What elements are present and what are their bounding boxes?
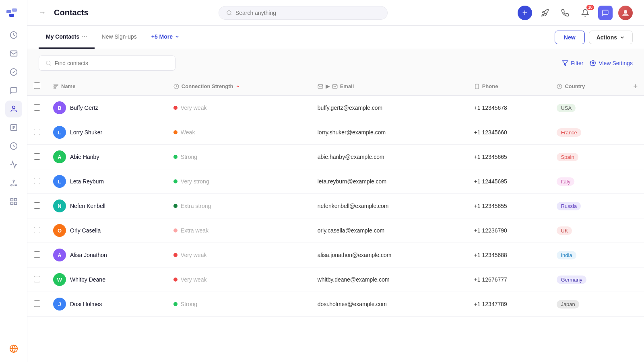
row-select-checkbox[interactable] <box>34 227 40 233</box>
search-input[interactable] <box>235 10 380 16</box>
row-email[interactable]: orly.casella@example.com <box>311 218 468 243</box>
svg-rect-12 <box>10 199 13 201</box>
row-extra <box>627 218 644 243</box>
select-all-checkbox[interactable] <box>34 82 40 89</box>
svg-point-19 <box>46 61 50 65</box>
svg-point-9 <box>13 180 14 181</box>
col-email-header[interactable]: ▶ Email <box>311 77 468 96</box>
app-logo[interactable] <box>5 5 22 22</box>
sidebar-item-clock[interactable] <box>5 27 22 43</box>
strength-dot <box>173 228 178 232</box>
table-row: A Alisa Jonathon Very weak alisa.jonatho… <box>27 243 644 267</box>
new-button[interactable]: New <box>555 31 585 44</box>
sidebar-item-grid[interactable] <box>5 193 22 210</box>
contact-avatar: A <box>53 249 66 261</box>
row-phone: +1 12345688 <box>468 243 551 267</box>
col-connection-header[interactable]: Connection Strength <box>167 77 311 96</box>
row-email[interactable]: buffy.gertz@example.com <box>311 96 468 120</box>
row-email[interactable]: lorry.shuker@example.com <box>311 120 468 145</box>
row-strength: Very weak <box>167 96 311 120</box>
row-select-checkbox[interactable] <box>34 202 40 209</box>
row-country: Russia <box>550 194 627 218</box>
contact-search-box[interactable] <box>39 56 175 71</box>
row-name[interactable]: N Nefen Kenbell <box>47 194 167 218</box>
strength-text: Extra strong <box>181 203 211 209</box>
row-select-checkbox[interactable] <box>34 178 40 184</box>
tabs-row: My Contacts ··· New Sign-ups +5 More New… <box>27 26 644 49</box>
row-name[interactable]: J Dosi Holmes <box>47 292 167 317</box>
svg-point-21 <box>592 62 594 64</box>
row-checkbox[interactable] <box>27 218 47 243</box>
row-checkbox[interactable] <box>27 96 47 120</box>
row-email[interactable]: whitby.deane@example.com <box>311 267 468 292</box>
view-settings-button[interactable]: View Settings <box>590 60 633 66</box>
controls-right: Filter View Settings <box>562 60 633 66</box>
row-phone: +1 12345678 <box>468 96 551 120</box>
sidebar-item-tasks[interactable] <box>5 64 22 80</box>
row-checkbox[interactable] <box>27 169 47 194</box>
sidebar-item-deals[interactable] <box>5 138 22 154</box>
row-name[interactable]: B Buffy Gertz <box>47 96 167 120</box>
search-box[interactable] <box>219 6 388 20</box>
row-select-checkbox[interactable] <box>34 300 40 307</box>
sidebar-item-chat[interactable]: ··· <box>5 82 22 99</box>
row-checkbox[interactable] <box>27 120 47 145</box>
svg-rect-28 <box>475 84 479 89</box>
row-strength: Extra strong <box>167 194 311 218</box>
row-select-checkbox[interactable] <box>34 153 40 160</box>
row-email[interactable]: alisa.jonathon@example.com <box>311 243 468 267</box>
row-checkbox[interactable] <box>27 194 47 218</box>
actions-button[interactable]: Actions <box>589 31 633 44</box>
sidebar-item-companies[interactable] <box>5 119 22 136</box>
col-phone-header[interactable]: Phone <box>468 77 551 96</box>
sidebar-item-mail[interactable] <box>5 45 22 62</box>
tab-my-contacts-options[interactable]: ··· <box>82 33 87 40</box>
user-avatar[interactable] <box>618 6 633 20</box>
row-checkbox[interactable] <box>27 267 47 292</box>
add-button[interactable]: + <box>518 6 532 20</box>
strength-dot <box>173 302 178 306</box>
sidebar-item-contacts[interactable] <box>5 101 22 117</box>
row-select-checkbox[interactable] <box>34 129 40 135</box>
row-email[interactable]: abie.hanby@example.com <box>311 145 468 169</box>
row-name[interactable]: A Abie Hanby <box>47 145 167 169</box>
row-email[interactable]: leta.reyburn@example.com <box>311 169 468 194</box>
phone-icon[interactable] <box>558 6 572 20</box>
row-email[interactable]: dosi.holmes@example.com <box>311 292 468 317</box>
row-select-checkbox[interactable] <box>34 251 40 258</box>
row-name[interactable]: A Alisa Jonathon <box>47 243 167 267</box>
row-phone: +1 12236790 <box>468 218 551 243</box>
row-select-checkbox[interactable] <box>34 276 40 282</box>
row-name[interactable]: L Lorry Shuker <box>47 120 167 145</box>
chat-icon[interactable] <box>598 6 613 20</box>
sidebar-item-globe[interactable] <box>5 340 22 357</box>
row-email[interactable]: nefenkenbell@example.com <box>311 194 468 218</box>
col-name-header[interactable]: Name <box>47 77 167 96</box>
tab-my-contacts[interactable]: My Contacts ··· <box>39 26 95 49</box>
country-badge: UK <box>557 226 572 235</box>
row-checkbox[interactable] <box>27 292 47 317</box>
row-name[interactable]: L Leta Reyburn <box>47 169 167 194</box>
rocket-icon[interactable] <box>538 6 552 20</box>
tab-new-signups[interactable]: New Sign-ups <box>95 26 144 48</box>
col-country-header[interactable]: Country <box>550 77 627 96</box>
row-name[interactable]: W Whitby Deane <box>47 267 167 292</box>
contact-name-text: Nefen Kenbell <box>70 203 105 209</box>
row-name[interactable]: O Orly Casella <box>47 218 167 243</box>
sort-icon[interactable] <box>235 84 240 89</box>
row-country: Italy <box>550 169 627 194</box>
row-select-checkbox[interactable] <box>34 104 40 111</box>
filter-button[interactable]: Filter <box>562 60 583 66</box>
sidebar-item-marketing[interactable] <box>5 156 22 173</box>
tab-more[interactable]: +5 More <box>144 26 187 48</box>
back-arrow[interactable]: → <box>39 8 46 17</box>
svg-marker-20 <box>563 61 568 66</box>
row-checkbox[interactable] <box>27 145 47 169</box>
col-add-header[interactable]: + <box>627 77 644 96</box>
sidebar-item-network[interactable] <box>5 175 22 191</box>
notifications-icon[interactable]: 10 <box>578 6 592 20</box>
country-badge: France <box>557 128 581 137</box>
contact-search-input[interactable] <box>55 60 169 66</box>
row-checkbox[interactable] <box>27 243 47 267</box>
svg-rect-22 <box>54 84 58 85</box>
